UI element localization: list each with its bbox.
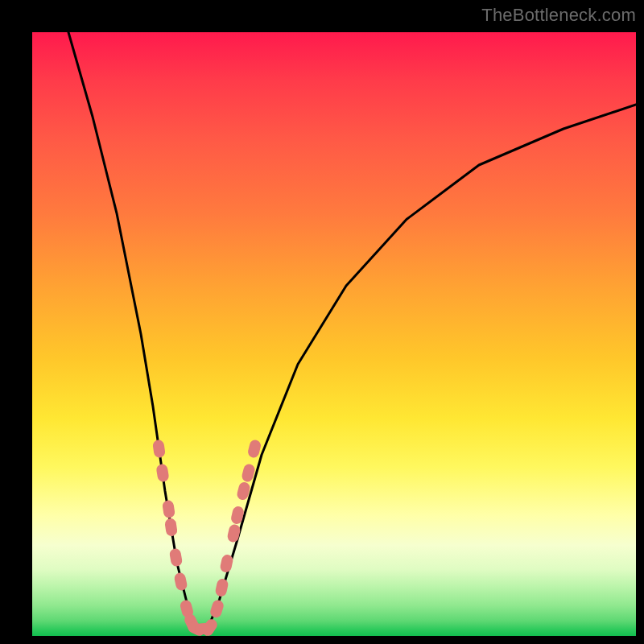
marker-point — [162, 500, 175, 519]
marker-point — [209, 599, 225, 619]
outer-frame: TheBottleneck.com — [0, 0, 644, 644]
svg-rect-11 — [209, 599, 225, 619]
marker-point — [226, 523, 241, 543]
svg-rect-14 — [226, 523, 241, 543]
marker-point — [169, 547, 184, 567]
marker-point — [164, 518, 178, 537]
plot-area — [32, 32, 636, 636]
svg-rect-4 — [169, 547, 184, 567]
marker-point — [155, 464, 169, 483]
svg-rect-1 — [155, 464, 169, 483]
svg-rect-3 — [164, 518, 178, 537]
series-left-curve — [68, 32, 196, 630]
svg-rect-2 — [162, 500, 175, 519]
marker-point — [152, 440, 166, 459]
chart-svg — [32, 32, 636, 636]
svg-rect-18 — [247, 439, 262, 459]
svg-rect-12 — [214, 578, 229, 597]
series-right-curve — [208, 105, 637, 630]
marker-point — [173, 572, 188, 591]
marker-layer — [152, 439, 262, 636]
curve-layer — [68, 32, 636, 630]
marker-point — [247, 439, 262, 459]
svg-rect-0 — [152, 440, 166, 459]
watermark-text: TheBottleneck.com — [481, 5, 636, 26]
svg-rect-5 — [173, 572, 188, 591]
marker-point — [214, 578, 229, 597]
